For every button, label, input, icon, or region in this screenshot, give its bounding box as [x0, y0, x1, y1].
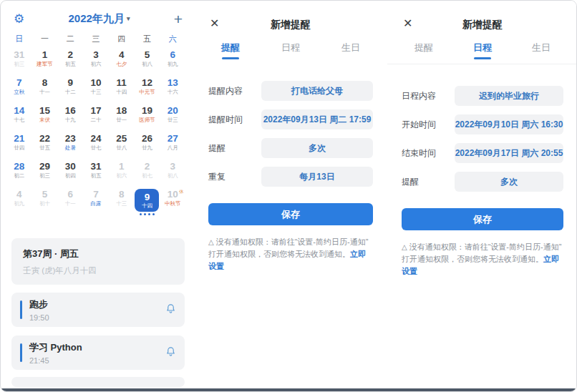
calendar-cell[interactable]: 31初三	[6, 48, 32, 76]
field-value-end[interactable]: 2022年09月17日 周六 20:55	[455, 143, 563, 163]
date-number: 8	[119, 189, 125, 200]
calendar-panel: ⚙ 2022年九月▾ + 日一二三四五六 31初三1建军节2初五3初六4七夕5初…	[1, 1, 191, 392]
field-value-content[interactable]: 打电话给父母	[261, 81, 373, 101]
calendar-cell[interactable]: 9十二	[57, 76, 83, 104]
calendar-cell[interactable]: 8十三	[109, 187, 135, 215]
calendar-cell[interactable]: 21廿四	[6, 132, 32, 160]
weekday-row: 日一二三四五六	[6, 34, 185, 44]
field-row-start: 开始时间2022年09月10日 周六 16:30	[387, 114, 577, 134]
lunar-label: 初三	[14, 61, 24, 67]
field-value-repeat[interactable]: 每月13日	[261, 167, 373, 187]
event-card[interactable]: 学习 Python21:45	[11, 335, 185, 370]
month-title-dropdown[interactable]: 2022年九月▾	[69, 12, 130, 26]
calendar-cell[interactable]: 10休中秋节	[160, 187, 185, 215]
lunar-label: 十九	[65, 117, 76, 123]
month-title: 2022年九月	[69, 12, 125, 24]
calendar-cell[interactable]: 4初九	[6, 187, 32, 215]
date-number: 10	[90, 77, 101, 88]
calendar-cell[interactable]: 11十四	[109, 76, 135, 104]
calendar-cell[interactable]: 3初八	[160, 160, 185, 187]
add-event-icon[interactable]: +	[174, 11, 183, 26]
calendar-cell[interactable]: 6初九	[160, 48, 185, 76]
calendar-cell[interactable]: 22廿五	[32, 132, 58, 160]
calendar-cell[interactable]: 25廿八	[109, 132, 135, 160]
field-label: 提醒	[208, 142, 261, 155]
lunar-label: 十三	[116, 200, 127, 207]
tab-reminder[interactable]: 提醒	[221, 41, 240, 59]
calendar-cell[interactable]: 2初七	[135, 160, 160, 187]
lunar-label: 廿七	[90, 144, 101, 151]
tab-schedule[interactable]: 日程	[473, 41, 492, 59]
date-number: 19	[142, 105, 152, 116]
date-number: 26	[142, 133, 152, 144]
tab-schedule[interactable]: 日程	[281, 41, 300, 59]
calendar-cell[interactable]: 13十六	[160, 76, 185, 104]
event-list: 跑步19:50学习 Python21:45	[11, 293, 185, 370]
calendar-cell[interactable]: 29初三	[32, 160, 58, 187]
date-number: 12	[142, 77, 152, 88]
calendar-cell[interactable]: 26廿九	[135, 132, 160, 160]
calendar-cell[interactable]: 12中元节	[135, 76, 160, 104]
calendar-cell[interactable]: 10十三	[83, 76, 109, 104]
lunar-label: 十一	[39, 89, 50, 95]
calendar-cell[interactable]: 7白露	[83, 187, 109, 215]
tab-reminder[interactable]: 提醒	[414, 41, 433, 59]
date-number: 27	[168, 133, 178, 144]
calendar-cell[interactable]: 1建军节	[32, 48, 58, 76]
date-number: 13	[168, 77, 178, 88]
lunar-label: 廿五	[39, 144, 50, 151]
calendar-cell[interactable]: 16十九	[57, 104, 83, 132]
event-card[interactable]: 跑步19:50	[11, 293, 185, 327]
calendar-cell[interactable]: 18廿一	[109, 104, 135, 132]
calendar-cell[interactable]: 4七夕	[109, 48, 135, 76]
tab-bar: 提醒日程生日	[387, 34, 577, 64]
lunar-label: 初四	[65, 172, 76, 179]
dialog-header: ✕ 新增提醒	[194, 1, 387, 34]
field-value-time[interactable]: 2022年09月13日 周二 17:59	[261, 109, 373, 129]
calendar-cell[interactable]: 20廿三	[160, 104, 185, 132]
calendar-cell[interactable]: 17二十	[83, 104, 109, 132]
calendar-cell[interactable]: 1初六	[109, 160, 135, 187]
event-time: 19:50	[29, 313, 165, 322]
lunar-label: 十七	[14, 117, 24, 123]
save-button[interactable]: 保存	[402, 208, 563, 230]
field-value-content[interactable]: 迟到的毕业旅行	[455, 86, 563, 106]
field-value-remind[interactable]: 多次	[455, 172, 563, 192]
tab-birthday[interactable]: 生日	[341, 41, 360, 59]
week-title: 第37周 · 周五	[23, 248, 173, 260]
field-value-start[interactable]: 2022年09月10日 周六 16:30	[455, 114, 563, 134]
calendar-cell[interactable]: 15末伏	[32, 104, 58, 132]
lunar-label: 初六	[116, 172, 127, 179]
calendar-cell[interactable]: 31初五	[83, 160, 109, 187]
weekday-label: 二	[57, 34, 83, 44]
calendar-cell[interactable]: 3初六	[83, 48, 109, 76]
tab-birthday[interactable]: 生日	[532, 41, 551, 59]
date-number: 14	[14, 105, 24, 116]
calendar-cell[interactable]: 19医师节	[135, 104, 160, 132]
calendar-cell[interactable]: 28初二	[6, 160, 32, 187]
date-number: 7	[16, 77, 22, 88]
calendar-cell[interactable]: 8十一	[32, 76, 58, 104]
calendar-cell[interactable]: 27八月	[160, 132, 185, 160]
calendar-cell[interactable]: 30初四	[57, 160, 83, 187]
field-value-remind[interactable]: 多次	[261, 138, 373, 158]
calendar-cell[interactable]: 2初五	[57, 48, 83, 76]
date-number: 17	[90, 105, 101, 116]
window-bottom-edge	[1, 388, 576, 391]
calendar-header: ⚙ 2022年九月▾ +	[14, 9, 183, 28]
calendar-cell[interactable]: 24廿七	[83, 132, 109, 160]
calendar-cell[interactable]: 6十一	[57, 187, 83, 215]
settings-icon[interactable]: ⚙	[14, 13, 24, 25]
save-button[interactable]: 保存	[208, 203, 373, 225]
calendar-cell[interactable]: 5初八	[135, 48, 160, 76]
date-number: 6	[170, 49, 175, 60]
lunar-label: 初三	[39, 172, 50, 179]
calendar-cell-selected[interactable]: 9十四	[135, 187, 160, 215]
chevron-down-icon: ▾	[127, 15, 130, 22]
calendar-cell[interactable]: 5初十	[32, 187, 58, 215]
week-info-card: 第37周 · 周五 壬寅 (虎)年八月十四	[11, 238, 185, 285]
calendar-cell[interactable]: 7立秋	[6, 76, 32, 104]
calendar-cell[interactable]: 14十七	[6, 104, 32, 132]
date-number: 30	[65, 161, 76, 172]
calendar-cell[interactable]: 23处暑	[57, 132, 83, 160]
